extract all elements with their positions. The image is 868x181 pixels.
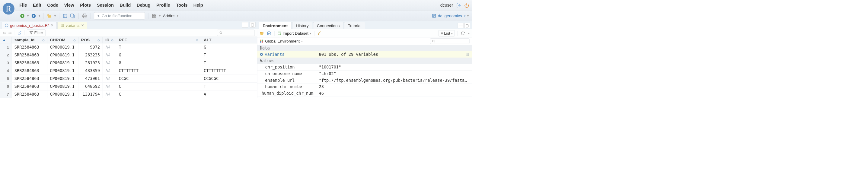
close-icon[interactable]: ✕: [51, 24, 54, 27]
nav-forward-icon[interactable]: ⇨: [8, 30, 12, 35]
grid-icon[interactable]: [152, 13, 157, 19]
menu-profile[interactable]: Profile: [156, 3, 170, 8]
tab-genomics-basics[interactable]: genomics_r_basics.R* ✕: [1, 22, 56, 29]
toolbar-separator: [79, 13, 79, 19]
tab-environment[interactable]: Environment: [259, 22, 291, 29]
cell-rownum: 7: [0, 90, 12, 98]
svg-rect-24: [278, 32, 281, 35]
refresh-icon[interactable]: [461, 31, 465, 35]
save-icon[interactable]: [62, 13, 68, 19]
save-all-icon[interactable]: [70, 13, 75, 19]
env-value-row[interactable]: chromosome_name"chr02": [257, 70, 472, 77]
save-workspace-icon[interactable]: [267, 31, 271, 35]
cell-chrom: CP000819.1: [48, 67, 79, 75]
addins-menu[interactable]: Addins ▾: [163, 13, 178, 19]
col-alt[interactable]: ALT: [201, 37, 257, 43]
col-ref[interactable]: REF◇: [116, 37, 201, 43]
clear-workspace-icon[interactable]: [317, 31, 322, 35]
chevron-down-icon[interactable]: ▾: [468, 31, 470, 35]
menu-tools[interactable]: Tools: [176, 3, 187, 8]
cell-id: NA: [103, 67, 116, 75]
col-rownum[interactable]: ▲: [0, 37, 12, 43]
col-pos[interactable]: POS◇: [79, 37, 103, 43]
tab-history[interactable]: History: [292, 22, 312, 29]
svg-rect-8: [83, 16, 86, 18]
cell-alt: A: [201, 90, 257, 98]
svg-line-20: [19, 31, 21, 33]
svg-rect-9: [152, 14, 154, 16]
menu-view[interactable]: View: [64, 3, 74, 8]
data-search-input[interactable]: [217, 30, 255, 36]
menu-plots[interactable]: Plots: [80, 3, 91, 8]
svg-point-14: [5, 24, 8, 27]
svg-rect-15: [61, 24, 64, 27]
project-selector[interactable]: dc_genomics_r ▾: [432, 13, 469, 19]
r-file-icon: [5, 24, 8, 27]
tab-connections[interactable]: Connections: [313, 22, 343, 29]
col-sample-id[interactable]: sample_id◇: [12, 37, 47, 43]
menu-session[interactable]: Session: [97, 3, 114, 8]
import-dataset-button[interactable]: Import Dataset ▾: [277, 31, 311, 35]
env-section-values: Values: [257, 58, 472, 64]
toolbar-separator: [91, 13, 91, 19]
env-value-row[interactable]: human_chr_number23: [257, 84, 472, 90]
minimize-pane-icon[interactable]: —: [458, 23, 464, 28]
expand-icon[interactable]: [260, 53, 263, 56]
close-icon[interactable]: ✕: [81, 24, 84, 27]
data-viewer-toolbar: ⇦ ⇨ Filter: [0, 29, 257, 37]
env-search-input[interactable]: [430, 38, 469, 44]
cell-ref: T: [116, 43, 201, 51]
menu-debug[interactable]: Debug: [137, 3, 151, 8]
cell-pos: 263235: [79, 51, 103, 59]
view-data-icon[interactable]: [465, 53, 469, 56]
goto-file-input[interactable]: Go to file/function: [94, 12, 145, 19]
maximize-pane-icon[interactable]: ▢: [250, 22, 255, 27]
env-data-row[interactable]: variants801 obs. of 29 variables: [257, 51, 472, 58]
load-workspace-icon[interactable]: [259, 31, 264, 35]
search-icon: [219, 31, 223, 35]
env-var-value: 46: [316, 91, 472, 96]
menu-code[interactable]: Code: [47, 3, 58, 8]
new-project-icon[interactable]: [31, 13, 36, 19]
chevron-down-icon[interactable]: ▾: [301, 39, 303, 43]
table-row[interactable]: 6SRR2584863CP000819.1648692NACT: [0, 83, 257, 90]
table-row[interactable]: 3SRR2584863CP000819.1281923NAGT: [0, 59, 257, 67]
cell-rownum: 5: [0, 75, 12, 83]
cell-chrom: CP000819.1: [48, 59, 79, 67]
minimize-pane-icon[interactable]: —: [242, 22, 248, 27]
open-file-dropdown-icon[interactable]: ▾: [54, 14, 56, 18]
filter-button[interactable]: Filter: [27, 29, 45, 36]
svg-rect-11: [152, 16, 154, 18]
r-logo: R: [3, 3, 14, 14]
nav-back-icon[interactable]: ⇦: [2, 30, 6, 35]
tab-variants[interactable]: variants ✕: [57, 22, 87, 29]
col-chrom[interactable]: CHROM◇: [48, 37, 79, 43]
cell-rownum: 3: [0, 59, 12, 67]
grid-dropdown-icon[interactable]: ▾: [159, 14, 161, 18]
power-icon[interactable]: [464, 3, 469, 8]
env-value-row[interactable]: human_diploid_chr_num46: [257, 90, 472, 97]
new-project-dropdown-icon[interactable]: ▾: [39, 14, 40, 18]
table-row[interactable]: 4SRR2584863CP000819.1433359NACTTTTTTTCTT…: [0, 67, 257, 75]
table-row[interactable]: 2SRR2584863CP000819.1263235NAGT: [0, 51, 257, 59]
popout-icon[interactable]: [18, 31, 22, 35]
new-file-icon[interactable]: [20, 13, 25, 19]
view-mode-select[interactable]: ≡ List ▾: [438, 30, 455, 36]
logout-icon[interactable]: [456, 3, 461, 7]
scope-label[interactable]: Global Environment: [265, 39, 300, 43]
table-row[interactable]: 5SRR2584863CP000819.1473901NACCGCCCGCGC: [0, 75, 257, 83]
open-file-icon[interactable]: [47, 13, 52, 19]
menu-file[interactable]: File: [19, 3, 27, 8]
col-id[interactable]: ID◇: [103, 37, 116, 43]
maximize-pane-icon[interactable]: ▢: [464, 23, 470, 28]
table-row[interactable]: 7SRR2584863CP000819.11331794NACA: [0, 90, 257, 98]
tab-tutorial[interactable]: Tutorial: [344, 22, 365, 29]
new-file-dropdown-icon[interactable]: ▾: [27, 14, 29, 18]
menu-help[interactable]: Help: [193, 3, 203, 8]
print-icon[interactable]: [82, 13, 87, 19]
env-value-row[interactable]: ensemble_url"ftp://ftp.ensemblgenomes.or…: [257, 77, 472, 84]
env-value-row[interactable]: chr_position"1001701": [257, 64, 472, 70]
table-row[interactable]: 1SRR2584863CP000819.19972NATG: [0, 43, 257, 51]
menu-build[interactable]: Build: [120, 3, 131, 8]
menu-edit[interactable]: Edit: [33, 3, 41, 8]
